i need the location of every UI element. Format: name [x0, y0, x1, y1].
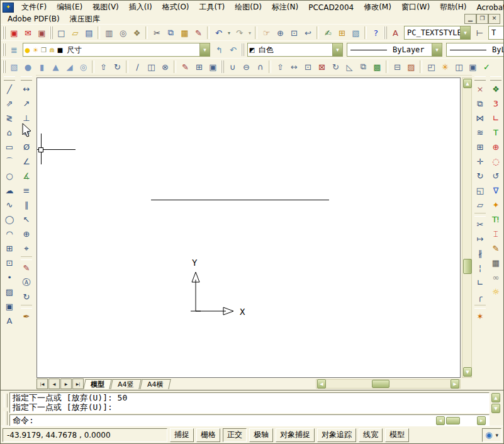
drawing-canvas[interactable]: Y X: [36, 77, 461, 378]
radius-dimension-button[interactable]: ⊘: [19, 125, 33, 140]
mdi-restore-button[interactable]: ❐: [476, 14, 488, 24]
detail-view-button[interactable]: ◌: [488, 154, 503, 169]
mdi-close-button[interactable]: ✕: [488, 14, 500, 24]
ortho-toggle[interactable]: 正交: [223, 428, 247, 442]
3d-array-button[interactable]: ⊞: [192, 60, 206, 74]
3d-orbit-button[interactable]: ▣: [206, 60, 220, 74]
toolbar-grip[interactable]: [240, 43, 245, 56]
communication-center-icon[interactable]: ◉: [485, 430, 492, 440]
weld-symbol-button[interactable]: ⌶: [488, 227, 503, 241]
tab-a4-portrait[interactable]: A4竖: [110, 379, 141, 389]
first-tab-button[interactable]: |◀: [36, 379, 48, 389]
osnap-toggle[interactable]: 对象捕捉: [276, 428, 315, 442]
tab-a4-landscape[interactable]: A4横: [140, 379, 171, 389]
communication-panel[interactable]: ◉ ▾: [482, 428, 501, 442]
scroll-down-button[interactable]: ▼: [463, 367, 472, 377]
dimension-text-edit-button[interactable]: Ⓐ: [19, 275, 33, 290]
layer-properties-button[interactable]: ≣: [7, 43, 21, 57]
command-horizontal-scrollbar[interactable]: ◀ ▶: [435, 416, 486, 426]
spline-button[interactable]: ∿: [2, 198, 16, 212]
offset-button[interactable]: ≋: [473, 125, 487, 140]
insert-block-button[interactable]: ⊞: [2, 241, 16, 256]
copy-button[interactable]: ⧉: [164, 26, 177, 40]
erase-button[interactable]: ×: [473, 82, 487, 96]
scrollbar-thumb[interactable]: [446, 417, 460, 424]
clipped-combo[interactable]: T: [488, 26, 503, 40]
offset-faces-button[interactable]: ⊡: [301, 60, 315, 74]
text-style-button[interactable]: A: [388, 26, 402, 40]
break-button[interactable]: ∦: [473, 246, 487, 261]
dwg-convert-button[interactable]: ▧: [349, 26, 362, 40]
last-tab-button[interactable]: ▶|: [72, 379, 84, 389]
scale-button[interactable]: ◱: [473, 183, 487, 198]
grid-toggle[interactable]: 栅格: [196, 428, 220, 442]
menu-item[interactable]: 工具(T): [194, 2, 230, 13]
tolerance-button[interactable]: ⊕: [19, 227, 33, 241]
menu-item[interactable]: 插入(I): [124, 2, 157, 13]
menu-item[interactable]: 标注(N): [267, 2, 303, 13]
chevron-down-icon[interactable]: ▾: [432, 43, 442, 56]
copy-edges-button[interactable]: ⊟: [390, 60, 404, 74]
intersect-button[interactable]: ∩: [253, 60, 267, 74]
canvas-horizontal-scrollbar[interactable]: ◀ ▶: [316, 379, 461, 389]
check-button[interactable]: ✓: [479, 60, 493, 74]
chevron-down-icon[interactable]: ▾: [332, 43, 342, 56]
layer-on-icon[interactable]: ●: [23, 47, 31, 54]
find-button[interactable]: ✍: [321, 26, 335, 40]
chamfer-button[interactable]: ∟: [473, 275, 487, 290]
paste-button[interactable]: ▦: [177, 26, 191, 40]
zoom-window-button[interactable]: ⊡: [287, 26, 301, 40]
copy-object-button[interactable]: ⧉: [473, 96, 487, 111]
slice-button[interactable]: ∕: [130, 60, 144, 74]
cone-button[interactable]: ▲: [48, 60, 62, 74]
menu-item[interactable]: Adobe PDF(B): [3, 14, 65, 23]
help-button[interactable]: ?: [369, 26, 383, 40]
layer-unlock-icon[interactable]: ⋒: [48, 47, 56, 54]
edit-solid-button[interactable]: ✎: [178, 60, 192, 74]
cut-button[interactable]: ✂: [150, 26, 164, 40]
convert-to-pdf-review-button[interactable]: ▣: [35, 26, 48, 40]
lineweight-combo[interactable]: ByLayer: [446, 43, 503, 57]
ellipse-arc-button[interactable]: ◠: [2, 227, 16, 241]
scroll-left-button[interactable]: ◀: [317, 379, 326, 389]
palette-button[interactable]: ⊞: [335, 26, 349, 40]
diameter-dimension-button[interactable]: Ø: [19, 140, 33, 154]
quick-dimension-button[interactable]: ∡: [19, 169, 33, 183]
magic-tool-button[interactable]: ✦: [488, 198, 503, 212]
layer-vpfreeze-icon[interactable]: ❐: [40, 47, 48, 54]
prev-tab-button[interactable]: ◀: [48, 379, 60, 389]
menu-item[interactable]: PCCAD2004: [303, 3, 359, 12]
mdi-minimize-button[interactable]: ▁: [464, 14, 476, 24]
hatch-button[interactable]: ▨: [2, 285, 16, 299]
trim-button[interactable]: ✂: [473, 217, 487, 232]
revolve-button[interactable]: ↻: [110, 60, 124, 74]
make-object-layer-current-button[interactable]: ↰: [212, 43, 226, 57]
interfere-button[interactable]: ⊗: [158, 60, 172, 74]
block-library-button[interactable]: ▦: [488, 256, 503, 270]
dimension-style-button[interactable]: ✒: [19, 309, 33, 324]
scroll-down-button[interactable]: ▼: [491, 404, 500, 413]
imprint-button[interactable]: ◰: [424, 60, 438, 74]
break-at-point-button[interactable]: ¦: [473, 261, 487, 275]
ole-link-button[interactable]: ∞: [488, 270, 503, 285]
extrude-faces-button[interactable]: ⇧: [273, 60, 287, 74]
layer-color-icon[interactable]: ■: [56, 47, 64, 54]
command-vertical-scrollbar[interactable]: ▲ ▼: [490, 392, 502, 426]
layer-thaw-icon[interactable]: ☀: [31, 47, 40, 54]
chevron-down-icon[interactable]: ▾: [199, 43, 210, 56]
multiline-text-button[interactable]: A: [2, 314, 16, 328]
polyline-button[interactable]: ≷: [2, 111, 16, 125]
tips-button[interactable]: ☼: [488, 285, 503, 299]
move-faces-button[interactable]: ↔: [287, 60, 301, 74]
chevron-down-icon[interactable]: ▾: [495, 432, 498, 438]
sphere-button[interactable]: ●: [21, 60, 35, 74]
wedge-button[interactable]: ◢: [62, 60, 76, 74]
lineweight-toggle[interactable]: 线宽: [359, 428, 383, 442]
layer-combo[interactable]: ●☀❐⋒■ 尺寸 ▾: [23, 43, 210, 57]
angular-dimension-button[interactable]: ∠: [19, 154, 33, 169]
dimension-edit-button[interactable]: ✎: [19, 261, 33, 275]
arc-button[interactable]: ⌒: [2, 154, 16, 169]
menu-item[interactable]: 编辑(E): [52, 2, 87, 13]
layer-previous-button[interactable]: ↶: [226, 43, 240, 57]
dimension-update-button[interactable]: ↻: [19, 290, 33, 304]
